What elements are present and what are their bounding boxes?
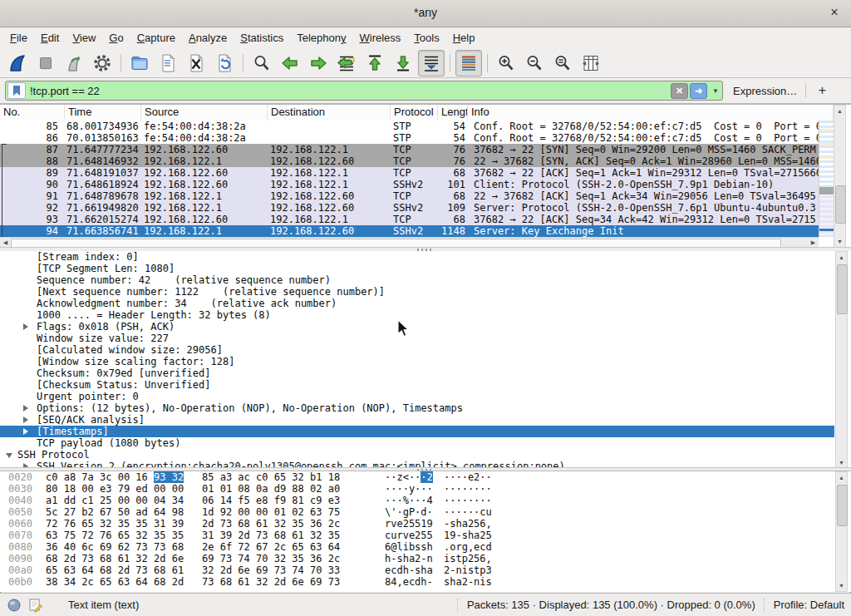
detail-line[interactable]: [Calculated window size: 29056]	[0, 344, 834, 356]
packet-row[interactable]: 9471.663856741192.168.122.1192.168.122.6…	[0, 225, 819, 237]
apply-filter-button[interactable]: ➜	[690, 83, 707, 99]
hex-row[interactable]: 00a065 63 64 68 2d 73 68 6132 2d 6e 69 7…	[0, 564, 851, 576]
scroll-thumb[interactable]	[835, 185, 846, 224]
scroll-down-arrow[interactable]: ▼	[834, 236, 845, 247]
packet-row[interactable]: 8670.013850163fe:54:00:d4:38:2aSTP54Conf…	[0, 132, 819, 144]
start-capture-button[interactable]	[4, 50, 31, 76]
detail-line[interactable]: Sequence number: 42 (relative sequence n…	[0, 274, 834, 286]
intelligent-scrollbar-minimap[interactable]	[819, 121, 834, 237]
hex-row[interactable]: 009068 2d 73 68 61 32 2d 6e69 73 74 70 3…	[0, 553, 851, 564]
detail-line[interactable]: Flags: 0x018 (PSH, ACK)	[0, 321, 834, 333]
expander-closed-icon[interactable]	[23, 405, 28, 411]
profile-indicator[interactable]: Profile: Default	[774, 599, 844, 611]
display-filter-input[interactable]	[26, 84, 671, 98]
close-button[interactable]: ×	[826, 4, 843, 21]
packet-row[interactable]: 8568.001734936fe:54:00:d4:38:2aSTP54Conf…	[0, 121, 819, 132]
find-packet-button[interactable]	[248, 50, 275, 76]
resize-columns-button[interactable]	[578, 50, 604, 76]
detail-line[interactable]: [Next sequence number: 1122 (relative se…	[0, 286, 834, 298]
detail-line[interactable]: SSH Protocol	[0, 449, 834, 461]
column-header-info[interactable]: Info	[468, 105, 834, 121]
packet-row[interactable]: 8871.648146932192.168.122.1192.168.122.6…	[0, 155, 819, 167]
details-vscrollbar[interactable]: ▲ ▼	[835, 251, 848, 469]
zoom-in-button[interactable]	[493, 50, 519, 76]
expression-button[interactable]: Expression…	[733, 85, 797, 97]
hex-row[interactable]: 0020c0 a8 7a 3c 00 16 93 3285 a3 ac c0 6…	[0, 471, 851, 483]
go-forward-button[interactable]	[305, 50, 332, 76]
menu-edit[interactable]: Edit	[34, 29, 66, 47]
column-header-source[interactable]: Source	[141, 105, 268, 121]
expander-closed-icon[interactable]	[23, 416, 28, 423]
menu-go[interactable]: Go	[102, 29, 130, 47]
hex-row[interactable]: 007063 75 72 76 65 32 35 3531 39 2d 73 6…	[0, 530, 851, 541]
filter-history-dropdown[interactable]: ▼	[709, 87, 722, 95]
display-filter-field[interactable]: ✕ ➜ ▼	[5, 81, 723, 101]
colorize-button[interactable]	[455, 50, 482, 76]
detail-line[interactable]: [Timestamps]	[0, 426, 834, 437]
clear-filter-button[interactable]: ✕	[671, 83, 688, 99]
titlebar[interactable]: *any ×	[0, 0, 851, 27]
packet-row[interactable]: 9371.662015274192.168.122.60192.168.122.…	[0, 214, 819, 225]
detail-line[interactable]: [Stream index: 0]	[0, 251, 834, 263]
go-back-button[interactable]	[277, 50, 303, 76]
menu-tools[interactable]: Tools	[407, 29, 445, 47]
hex-row[interactable]: 0040a1 dd c1 25 00 00 04 3406 14 f5 e8 f…	[0, 495, 851, 506]
scroll-thumb[interactable]	[837, 485, 848, 526]
detail-line[interactable]: Urgent pointer: 0	[0, 391, 834, 402]
menu-analyze[interactable]: Analyze	[182, 29, 234, 47]
close-file-button[interactable]	[183, 50, 209, 76]
packet-row[interactable]: 9271.661949820192.168.122.1192.168.122.6…	[0, 202, 819, 214]
capture-comment-icon[interactable]	[28, 598, 43, 613]
detail-line[interactable]: [Checksum Status: Unverified]	[0, 379, 834, 391]
go-top-button[interactable]	[362, 50, 388, 76]
reload-file-button[interactable]	[211, 50, 238, 76]
column-header-length[interactable]: Length	[438, 105, 468, 121]
expander-closed-icon[interactable]	[23, 323, 28, 330]
detail-line[interactable]: Window size value: 227	[0, 333, 834, 344]
capture-options-button[interactable]	[89, 50, 116, 76]
column-header-protocol[interactable]: Protocol	[391, 105, 438, 121]
packet-row[interactable]: 9071.648618924192.168.122.60192.168.122.…	[0, 179, 819, 190]
scroll-up-arrow[interactable]: ▲	[834, 106, 845, 116]
column-header-destination[interactable]: Destination	[268, 105, 391, 121]
detail-line[interactable]: [Window size scaling factor: 128]	[0, 356, 834, 367]
packet-list-vscrollbar[interactable]: ▲ ▼	[834, 105, 846, 248]
detail-line[interactable]: SSH Version 2 (encryption:chacha20-poly1…	[0, 461, 834, 467]
bytes-vscrollbar[interactable]: ▲ ▼	[835, 471, 848, 592]
hex-row[interactable]: 00b038 34 2c 65 63 64 68 2d73 68 61 32 2…	[0, 576, 851, 588]
packet-row[interactable]: 9171.648789678192.168.122.1192.168.122.6…	[0, 190, 819, 202]
menu-file[interactable]: File	[3, 29, 34, 47]
expander-open-icon[interactable]	[6, 453, 12, 458]
stop-capture-button[interactable]	[32, 50, 59, 76]
zoom-100-button[interactable]	[549, 50, 576, 76]
detail-line[interactable]: [TCP Segment Len: 1080]	[0, 263, 834, 274]
go-bottom-button[interactable]	[390, 50, 416, 76]
detail-line[interactable]: TCP payload (1080 bytes)	[0, 437, 834, 449]
scroll-down-arrow[interactable]: ▼	[836, 580, 847, 591]
hex-row[interactable]: 003080 18 00 e3 79 ed 00 0001 01 08 0a d…	[0, 483, 851, 495]
detail-line[interactable]: Checksum: 0x79ed [unverified]	[0, 367, 834, 379]
hex-row[interactable]: 006072 76 65 32 35 35 31 392d 73 68 61 3…	[0, 518, 851, 530]
scroll-up-arrow[interactable]: ▲	[836, 472, 847, 483]
auto-scroll-button[interactable]	[418, 50, 445, 76]
filter-bookmark-button[interactable]	[7, 82, 26, 99]
menu-capture[interactable]: Capture	[130, 29, 182, 47]
menu-telephony[interactable]: Telephony	[290, 29, 352, 47]
column-header-no[interactable]: No.	[0, 105, 65, 121]
menu-view[interactable]: View	[66, 29, 102, 47]
open-file-button[interactable]	[126, 50, 153, 76]
restart-capture-button[interactable]	[61, 50, 87, 76]
column-header-time[interactable]: Time	[65, 105, 141, 121]
menu-statistics[interactable]: Statistics	[234, 29, 290, 47]
menu-help[interactable]: Help	[446, 29, 482, 47]
zoom-out-button[interactable]	[521, 50, 548, 76]
packet-row[interactable]: 8771.647777234192.168.122.60192.168.122.…	[0, 144, 819, 155]
scroll-thumb[interactable]	[837, 264, 848, 314]
add-filter-button[interactable]: +	[814, 83, 829, 98]
menu-wireless[interactable]: Wireless	[353, 29, 408, 47]
detail-line[interactable]: [SEQ/ACK analysis]	[0, 414, 834, 426]
detail-line[interactable]: Acknowledgment number: 34 (relative ack …	[0, 298, 834, 309]
hex-row[interactable]: 008036 40 6c 69 62 73 73 682e 6f 72 67 2…	[0, 541, 851, 553]
detail-line[interactable]: Options: (12 bytes), No-Operation (NOP),…	[0, 402, 834, 414]
go-to-packet-button[interactable]	[333, 50, 360, 76]
